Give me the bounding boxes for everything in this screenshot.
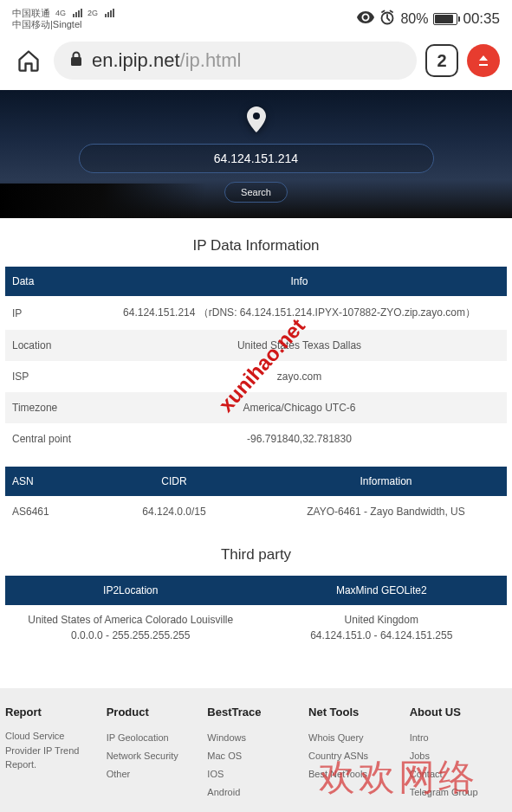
eye-icon (357, 11, 374, 27)
alarm-icon (379, 10, 395, 29)
footer-title-net: Net Tools (308, 706, 401, 719)
ip-data-table: Data Info IP64.124.151.214 （rDNS: 64.124… (5, 267, 507, 454)
maxmind-cell: United Kingdom 64.124.151.0 - 64.124.151… (256, 605, 508, 650)
th-cidr: CIDR (83, 467, 265, 496)
mm-line1: United Kingdom (345, 614, 418, 626)
footer-report: Report Cloud Service Provider IP Trend R… (5, 706, 98, 802)
row-info: United States Texas Dallas (92, 330, 507, 361)
row-label: Timezone (5, 392, 92, 423)
footer-title-report: Report (5, 706, 98, 719)
mm-line2: 64.124.151.0 - 64.124.151.255 (310, 629, 452, 641)
search-button[interactable]: Search (224, 182, 288, 203)
signal-4g-label: 4G (55, 9, 66, 18)
footer: Report Cloud Service Provider IP Trend R… (0, 688, 512, 812)
footer-report-text[interactable]: Cloud Service Provider IP Trend Report. (5, 729, 98, 772)
ip2-line2: 0.0.0.0 - 255.255.255.255 (71, 629, 190, 641)
footer-besttrace: BestTrace Windows Mac OS IOS Android (207, 706, 300, 802)
footer-link[interactable]: Mac OS (207, 747, 300, 765)
url-text: en.ipip.net/ip.html (92, 49, 241, 72)
table-row: Central point-96.791840,32.781830 (5, 423, 507, 454)
section-title-third: Third party (5, 546, 507, 564)
ip2location-cell: United States of America Colorado Louisv… (5, 605, 256, 650)
third-party-table: IP2Location MaxMind GEOLite2 United Stat… (5, 576, 507, 650)
row-info: zayo.com (92, 361, 507, 392)
table-row: ISPzayo.com (5, 361, 507, 392)
footer-link[interactable]: Contact (410, 765, 507, 783)
footer-about: About US Intro Jobs Contact Telegram Gro… (410, 706, 507, 802)
row-info: America/Chicago UTC-6 (92, 392, 507, 423)
footer-nettools: Net Tools Whois Query Country ASNs Best … (308, 706, 401, 802)
footer-product: Product IP Geolocation Network Security … (107, 706, 199, 802)
footer-link[interactable]: Windows (207, 729, 300, 747)
row-label: Central point (5, 423, 92, 454)
footer-link[interactable]: Telegram Group (410, 783, 507, 802)
table-row: LocationUnited States Texas Dallas (5, 330, 507, 361)
footer-link[interactable]: Country ASNs (308, 747, 401, 765)
footer-link[interactable]: Jobs (410, 747, 507, 765)
url-path: /ip.html (180, 49, 242, 72)
row-label: ISP (5, 361, 92, 392)
table-row: IP64.124.151.214 （rDNS: 64.124.151.214.I… (5, 296, 507, 330)
url-bar[interactable]: en.ipip.net/ip.html (54, 42, 417, 80)
asn-link[interactable]: AS6461 (5, 496, 83, 527)
location-pin-icon (246, 106, 267, 135)
battery-icon (433, 13, 457, 25)
footer-link[interactable]: Android (207, 783, 300, 802)
tab-count-button[interactable]: 2 (425, 44, 458, 77)
row-label: Location (5, 330, 92, 361)
signal-icon-2 (105, 9, 114, 17)
url-domain: en.ipip.net (92, 49, 180, 72)
section-title-ipdata: IP Data Information (5, 237, 507, 255)
th-asn-info: Information (265, 467, 507, 496)
signal-2g-label: 2G (87, 9, 98, 18)
th-maxmind: MaxMind GEOLite2 (256, 576, 508, 605)
ip2-line1: United States of America Colorado Louisv… (28, 614, 233, 626)
home-button[interactable] (12, 44, 45, 77)
footer-title-product: Product (107, 706, 199, 719)
footer-link[interactable]: Whois Query (308, 729, 401, 747)
lock-icon (69, 51, 83, 70)
carrier-info: 中国联通 4G 2G 中国移动|Singtel (12, 8, 114, 30)
carrier-1: 中国联通 (12, 8, 50, 19)
signal-icon-1 (73, 9, 82, 17)
row-info: 64.124.151.214 （rDNS: 64.124.151.214.IPY… (92, 296, 507, 330)
table-row: TimezoneAmerica/Chicago UTC-6 (5, 392, 507, 423)
footer-link[interactable]: IP Geolocation (107, 729, 199, 747)
status-icons: 80% 00:35 (357, 10, 500, 29)
svg-rect-1 (71, 57, 81, 66)
clock-time: 00:35 (463, 10, 500, 28)
tab-count-value: 2 (437, 51, 446, 71)
browser-bar: en.ipip.net/ip.html 2 (0, 33, 512, 90)
footer-link[interactable]: IOS (207, 765, 300, 783)
th-info: Info (92, 267, 507, 296)
th-data: Data (5, 267, 92, 296)
footer-link[interactable]: Network Security (107, 747, 199, 765)
table-row: United States of America Colorado Louisv… (5, 605, 507, 650)
th-asn: ASN (5, 467, 83, 496)
carrier-2: 中国移动|Singtel (12, 19, 82, 30)
table-row: AS6461 64.124.0.0/15 ZAYO-6461 - Zayo Ba… (5, 496, 507, 527)
row-info: -96.791840,32.781830 (92, 423, 507, 454)
battery-percent: 80% (400, 11, 428, 27)
asn-info-link[interactable]: ZAYO-6461 - Zayo Bandwidth, US (265, 496, 507, 527)
asn-table: ASN CIDR Information AS6461 64.124.0.0/1… (5, 467, 507, 527)
hero-section: Search (0, 90, 512, 218)
upload-button[interactable] (467, 44, 500, 77)
th-ip2location: IP2Location (5, 576, 256, 605)
asn-cidr: 64.124.0.0/15 (83, 496, 265, 527)
footer-link[interactable]: Best NetTools (308, 765, 401, 783)
footer-link[interactable]: Other (107, 765, 199, 783)
status-bar: 中国联通 4G 2G 中国移动|Singtel 80% 00:35 (0, 0, 512, 33)
footer-link[interactable]: Intro (410, 729, 507, 747)
footer-title-about: About US (410, 706, 507, 719)
row-label: IP (5, 296, 92, 330)
footer-title-best: BestTrace (207, 706, 300, 719)
ip-search-input[interactable] (79, 144, 434, 173)
